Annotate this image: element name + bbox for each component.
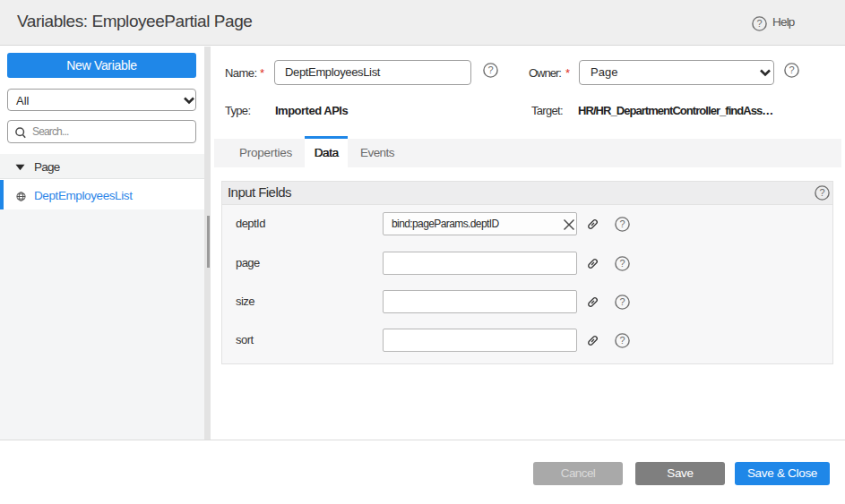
- svg-text:?: ?: [789, 64, 794, 75]
- svg-text:?: ?: [619, 296, 625, 307]
- svg-text:?: ?: [619, 335, 625, 346]
- svg-text:?: ?: [487, 64, 493, 75]
- svg-text:?: ?: [619, 258, 625, 269]
- svg-text:?: ?: [619, 218, 625, 229]
- svg-text:?: ?: [819, 187, 824, 198]
- svg-text:?: ?: [756, 18, 762, 29]
